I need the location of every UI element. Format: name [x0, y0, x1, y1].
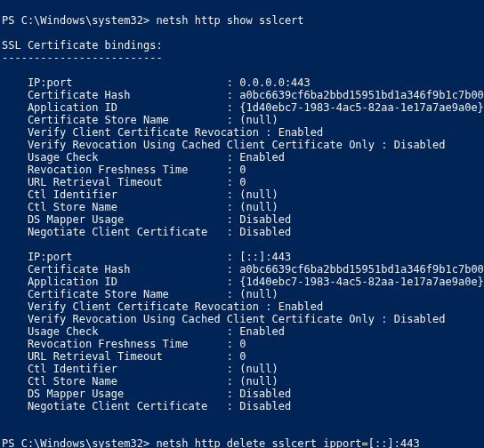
terminal-output[interactable]: PS C:\Windows\system32> netsh http show … [0, 11, 484, 448]
